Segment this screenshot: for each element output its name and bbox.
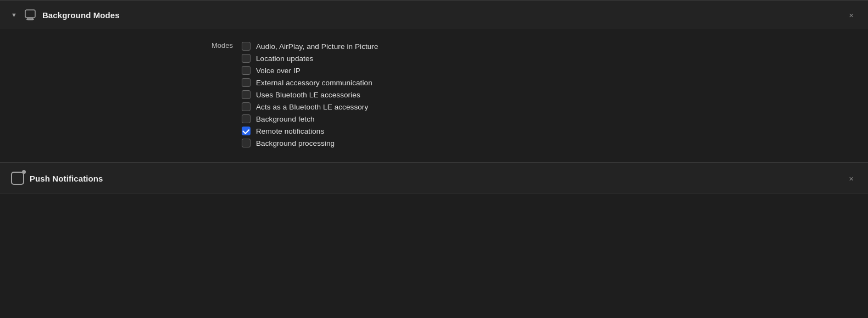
checkbox-label-bluetooth-accessory: Acts as a Bluetooth LE accessory [256,103,368,111]
checkbox-voip[interactable] [242,66,251,75]
checkbox-remote-notifications[interactable] [242,127,251,135]
checkbox-row-voip[interactable]: Voice over IP [242,64,379,76]
background-modes-content: Modes Audio, AirPlay, and Picture in Pic… [0,29,868,162]
checkbox-label-audio: Audio, AirPlay, and Picture in Picture [256,42,379,51]
collapse-triangle-icon[interactable]: ▼ [11,12,17,18]
checkbox-label-background-processing: Background processing [256,139,335,147]
background-modes-section: ▼ Background Modes × Modes Audio, AirPla… [0,1,868,162]
checkbox-label-voip: Voice over IP [256,67,301,75]
header-left: ▼ Background Modes [11,8,120,21]
checkbox-label-background-fetch: Background fetch [256,115,315,123]
push-notifications-title: Push Notifications [30,174,103,183]
checkbox-background-processing[interactable] [242,139,251,147]
main-container: ▼ Background Modes × Modes Audio, AirPla… [0,0,868,318]
push-notifications-close-button[interactable]: × [845,173,857,184]
checkbox-external[interactable] [242,78,251,87]
checkbox-row-bluetooth-le[interactable]: Uses Bluetooth LE accessories [242,89,379,101]
checkbox-row-background-fetch[interactable]: Background fetch [242,113,379,125]
checkbox-audio[interactable] [242,42,251,51]
modes-label: Modes [0,40,242,149]
push-notifications-section: Push Notifications × [0,163,868,194]
checkbox-background-fetch[interactable] [242,114,251,123]
checkboxes-list: Audio, AirPlay, and Picture in PictureLo… [242,40,379,149]
push-notifications-icon [11,172,24,185]
checkbox-row-background-processing[interactable]: Background processing [242,137,379,149]
push-icon-dot [22,170,26,174]
svg-rect-0 [25,10,35,18]
background-modes-close-button[interactable]: × [845,10,857,20]
checkbox-label-remote-notifications: Remote notifications [256,127,324,135]
checkbox-label-bluetooth-le: Uses Bluetooth LE accessories [256,91,360,99]
background-modes-icon [24,8,37,21]
checkbox-row-bluetooth-accessory[interactable]: Acts as a Bluetooth LE accessory [242,101,379,113]
checkbox-bluetooth-accessory[interactable] [242,102,251,111]
bottom-separator [0,194,868,194]
checkbox-row-audio[interactable]: Audio, AirPlay, and Picture in Picture [242,40,379,52]
checkbox-bluetooth-le[interactable] [242,90,251,99]
push-notifications-header: Push Notifications × [0,163,868,194]
background-modes-title: Background Modes [42,10,120,20]
checkbox-label-location: Location updates [256,54,313,63]
checkbox-row-external[interactable]: External accessory communication [242,76,379,89]
checkbox-location[interactable] [242,54,251,63]
checkbox-row-remote-notifications[interactable]: Remote notifications [242,125,379,137]
background-modes-header: ▼ Background Modes × [0,1,868,29]
checkbox-label-external: External accessory communication [256,79,372,87]
push-header-left: Push Notifications [11,172,103,185]
checkbox-row-location[interactable]: Location updates [242,52,379,64]
